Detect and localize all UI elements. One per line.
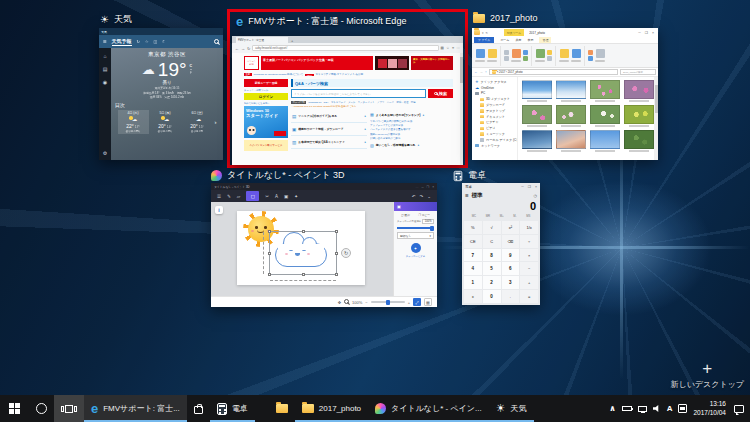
calc-key: 9	[502, 249, 520, 262]
taskbar-clock[interactable]: 13:16 2017/10/04	[693, 400, 726, 418]
menu-icon: ☰	[217, 194, 221, 199]
make-sticker-button: ✦	[411, 243, 421, 253]
select-button: ◻選択	[401, 213, 410, 217]
thumb-label-calculator[interactable]: 電卓	[453, 169, 486, 182]
info-icon: i	[215, 206, 223, 214]
action-center-icon[interactable]	[734, 405, 744, 413]
thumb-label-edge[interactable]: e FMVサポート : 富士通 - Microsoft Edge	[236, 15, 406, 28]
drive-icon	[480, 138, 484, 142]
page-scrollbar	[460, 53, 463, 165]
photo-tile	[624, 130, 654, 152]
opacity-label: ステッカーの不透明度100%	[397, 219, 434, 224]
canvas: ↻	[237, 211, 365, 285]
calculator-window-thumbnail[interactable]: 電卓 ─❐× ☰ 標準 ◷ 0 MC MR M+ M- MS % √ x² 1/…	[462, 183, 540, 305]
paint3d-icon	[211, 170, 222, 181]
calc-key: ±	[464, 290, 482, 303]
photo-tile	[522, 105, 552, 127]
guide-line2: スタートガイド	[246, 113, 286, 118]
calc-key: −	[520, 262, 538, 275]
display-icon[interactable]	[638, 406, 647, 412]
login-button: ログイン	[244, 93, 288, 100]
cortana-button[interactable]	[29, 395, 54, 422]
weather-content: 東京都 渋谷区 ☁ 19° C F 曇り 最終更新時刻 16:15 体感温度 1…	[111, 48, 223, 160]
taskbar-explorer[interactable]	[269, 395, 295, 422]
arrow-dot-icon: ●	[422, 113, 424, 117]
folder-icon	[480, 115, 484, 119]
thumb-label-paint3d[interactable]: タイトルなし* - ペイント 3D	[211, 169, 345, 182]
calc-key: x²	[502, 221, 520, 234]
edge-window-thumbnail[interactable]: FMVサポート : 富士通 + ← → ↻ azby.fmworld.net/s…	[232, 36, 463, 165]
star-icon: ★	[475, 80, 479, 84]
close-icon: ×	[432, 185, 434, 189]
select-tool-active-icon: ◻	[246, 191, 259, 201]
arrow-dot-icon: ●	[364, 140, 366, 144]
forward-icon: →	[241, 46, 245, 51]
guide-red-tag	[274, 131, 286, 136]
explorer-title-text: 2017_photo	[529, 31, 636, 35]
partly-sunny-icon: ☁	[161, 116, 169, 122]
taskbar-edge[interactable]: e FMVサポート: 富士...	[84, 395, 187, 422]
photo-tile	[590, 80, 620, 102]
tray-chevron-icon[interactable]: ∧	[609, 404, 616, 413]
crop-tool-icon: ✂	[265, 194, 269, 199]
notice-link2: セキュリティ情報(マイクロソフト)を公開	[316, 73, 364, 76]
thumb-label-weather[interactable]: ☀ 天気	[100, 13, 132, 26]
calc-key: 0	[483, 290, 501, 303]
notice-tag2: NEW	[305, 74, 313, 76]
explorer-window-thumbnail[interactable]: ▾↻ 写真ツール 2017_photo ─❐× ファイル ホーム 共有 表示 管…	[472, 28, 658, 160]
paint3d-window-thumbnail[interactable]: タイトルなし - ペイント 3D ⋯─❐× ☰ ✎ ▱ ◻ ✂ A ▣ ✦ ↶↷…	[211, 183, 437, 307]
dimension-line	[263, 232, 264, 274]
weather-window-thumbnail[interactable]: 天気 ☰ 天気予報 ↻ ☆ ◫ ☾ ⌂ ▤ ◉ ⚙ 東京都 渋谷区 ☁ 19°	[99, 28, 223, 160]
more-icon: ⋯	[457, 46, 461, 50]
speaker-icon[interactable]	[653, 405, 661, 412]
taskbar: e FMVサポート: 富士... 電卓 2017_photo タイトルなし* -…	[0, 395, 750, 422]
taskbar-paint3d[interactable]: タイトルなし* - ペイン...	[368, 395, 489, 422]
new-desktop-button[interactable]: + 新しいデスクトップ	[671, 360, 745, 390]
banner-main: 富士通製ノートパソコン バッテリパック交換・回収	[261, 56, 373, 70]
places-icon: ◉	[103, 79, 107, 85]
check-tools-link: チェック・診断ツール	[244, 89, 288, 92]
thumb-label-explorer[interactable]: 2017_photo	[473, 13, 538, 23]
ime-keyboard-icon[interactable]	[678, 404, 687, 413]
up-icon: ↑	[485, 70, 487, 74]
explorer-icon	[276, 404, 288, 413]
qa-search-input: トラブル・パーツをおさがしの場合はこちらに入力してください	[291, 89, 426, 98]
memory-button: MC	[472, 214, 476, 218]
folder-icon	[480, 103, 484, 107]
quick-access-toolbar: ▾↻	[482, 31, 488, 35]
star-icon: ☆	[145, 39, 149, 44]
update-notice: ・Windows 10/8.1/7 Creators Update対応状況(重要…	[291, 105, 453, 109]
chevron-right-icon: ›	[215, 119, 217, 125]
favorites-star-icon: ☆	[446, 46, 449, 50]
calc-key: 1	[464, 276, 482, 289]
photo-tile	[522, 130, 552, 152]
sun-icon: ☀	[100, 15, 109, 25]
search-icon	[434, 92, 438, 96]
chat-icon: ▥	[292, 140, 296, 145]
task-view-button[interactable]	[54, 395, 84, 422]
home-icon: ⌂	[103, 53, 106, 59]
calc-key: 1/x	[520, 221, 538, 234]
section-manual: ▤マニュアル(活用ガイド)を見る●	[291, 110, 367, 123]
win10-start-guide-banner: Windows 10 スタートガイド	[244, 106, 288, 138]
taskbar-folder[interactable]: 2017_photo	[295, 395, 368, 422]
nav-network: ネットワーク	[472, 143, 517, 149]
edge-selection-cell[interactable]: e FMVサポート : 富士通 - Microsoft Edge FMVサポート…	[227, 9, 468, 168]
make-sticker-label: ステッカーにする	[397, 255, 434, 258]
weather-day-card: 5日 (木) ☁ 20°14° 曇り時々晴れ	[150, 110, 181, 134]
taskbar-store[interactable]	[187, 395, 210, 422]
taskbar-weather[interactable]: ☀ 天気	[489, 395, 534, 422]
minimize-icon: ─	[421, 185, 423, 189]
calculator-icon	[454, 170, 463, 180]
ime-mode-indicator[interactable]: A	[667, 404, 673, 413]
battery-icon[interactable]	[622, 406, 632, 411]
faq-link: リカバリ(ご購入時の状態に戻す)方法	[370, 120, 453, 123]
more-icon: ⋯	[415, 185, 418, 189]
section-title: 機種別サポート情報・ダウンロード	[298, 127, 362, 131]
taskbar-calculator[interactable]: 電卓	[210, 395, 255, 422]
network-icon	[475, 144, 479, 148]
calculator-keypad: % √ x² 1/x CE C ⌫ ÷ 7 8 9 × 4 5 6 − 1 2 …	[462, 219, 540, 305]
start-button[interactable]	[0, 395, 29, 422]
system-tray: ∧ A 13:16 2017/10/04	[609, 395, 750, 422]
banner-images	[375, 56, 409, 70]
